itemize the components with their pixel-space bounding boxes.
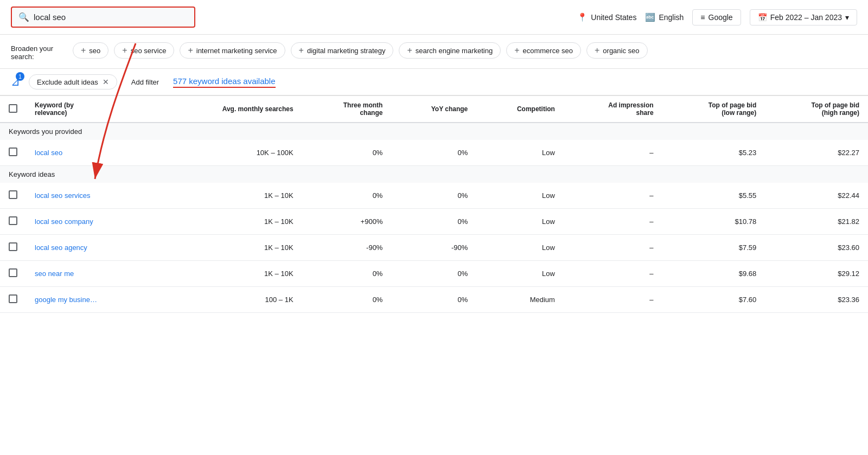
avg-monthly-cell: 1K – 10K (163, 209, 302, 235)
language-icon: 🔤 (645, 12, 655, 22)
close-icon[interactable]: ✕ (103, 78, 109, 86)
ad-impression-cell: – (564, 287, 662, 313)
keyword-cell[interactable]: seo near me (26, 261, 163, 287)
top-bid-low-cell: $9.68 (662, 261, 765, 287)
competition-cell: Low (476, 261, 564, 287)
keyword-cell[interactable]: local seo services (26, 183, 163, 209)
table-row: seo near me 1K – 10K 0% 0% Low – $9.68 $… (0, 261, 868, 287)
competition-cell: Low (476, 183, 564, 209)
chip-organic-seo[interactable]: + organic seo (586, 42, 648, 59)
filter-row: ⊿ 1 Exclude adult ideas ✕ Add filter 577… (0, 69, 868, 96)
keyword-cell[interactable]: local seo (26, 140, 163, 166)
header: 🔍 📍 United States 🔤 English ≡ Google 📅 F… (0, 0, 868, 35)
search-input[interactable] (34, 12, 188, 22)
keywords-table: Keyword (byrelevance) Avg. monthly searc… (0, 96, 868, 313)
yoy-cell: 0% (391, 209, 476, 235)
plus-icon: + (595, 46, 599, 55)
three-month-cell: 0% (302, 287, 392, 313)
avg-monthly-cell: 1K – 10K (163, 235, 302, 261)
date-range-button[interactable]: 📅 Feb 2022 – Jan 2023 ▾ (750, 9, 857, 25)
avg-monthly-cell: 10K – 100K (163, 140, 302, 166)
table-row: local seo agency 1K – 10K -90% -90% Low … (0, 235, 868, 261)
table-row: google my busine… 100 – 1K 0% 0% Medium … (0, 287, 868, 313)
col-ad-impression[interactable]: Ad impressionshare (564, 96, 662, 123)
chip-label: seo (89, 47, 100, 55)
add-filter-button[interactable]: Add filter (126, 75, 164, 89)
yoy-cell: 0% (391, 287, 476, 313)
google-icon: ≡ (700, 13, 705, 22)
col-checkbox[interactable] (0, 96, 26, 123)
chip-seo[interactable]: + seo (73, 42, 108, 59)
row-checkbox[interactable] (9, 216, 17, 225)
section-provided: Keywords you provided (0, 123, 868, 140)
row-checkbox[interactable] (9, 190, 17, 199)
avg-monthly-cell: 1K – 10K (163, 261, 302, 287)
exclude-adult-chip[interactable]: Exclude adult ideas ✕ (29, 74, 117, 89)
avg-monthly-cell: 1K – 10K (163, 183, 302, 209)
col-keyword[interactable]: Keyword (byrelevance) (26, 96, 163, 123)
plus-icon: + (299, 46, 304, 55)
yoy-cell: 0% (391, 140, 476, 166)
chip-digital-marketing[interactable]: + digital marketing strategy (291, 42, 394, 59)
competition-cell: Low (476, 140, 564, 166)
plus-icon: + (407, 46, 412, 55)
google-button[interactable]: ≡ Google (692, 9, 741, 25)
col-avg-monthly[interactable]: Avg. monthly searches (163, 96, 302, 123)
keyword-cell[interactable]: google my busine… (26, 287, 163, 313)
col-three-month[interactable]: Three monthchange (302, 96, 392, 123)
chip-internet-marketing[interactable]: + internet marketing service (180, 42, 285, 59)
top-bid-low-cell: $7.60 (662, 287, 765, 313)
table-header-row: Keyword (byrelevance) Avg. monthly searc… (0, 96, 868, 123)
ad-impression-cell: – (564, 235, 662, 261)
competition-cell: Medium (476, 287, 564, 313)
location-control[interactable]: 📍 United States (577, 12, 636, 22)
top-bid-high-cell: $23.60 (765, 235, 868, 261)
row-checkbox[interactable] (9, 268, 17, 277)
keyword-count: 577 keyword ideas available (173, 76, 275, 88)
top-bid-low-cell: $10.78 (662, 209, 765, 235)
broaden-label: Broaden yoursearch: (11, 42, 65, 61)
exclude-label: Exclude adult ideas (37, 78, 98, 86)
location-icon: 📍 (577, 12, 588, 22)
chip-seo-service[interactable]: + seo service (114, 42, 174, 59)
row-checkbox[interactable] (9, 294, 17, 303)
col-competition[interactable]: Competition (476, 96, 564, 123)
row-checkbox[interactable] (9, 148, 17, 156)
table-container: Keyword (byrelevance) Avg. monthly searc… (0, 96, 868, 313)
chip-search-engine-marketing[interactable]: + search engine marketing (399, 42, 501, 59)
chip-label: ecommerce seo (523, 47, 573, 55)
yoy-cell: 0% (391, 183, 476, 209)
location-label: United States (591, 13, 636, 22)
chip-label: search engine marketing (416, 47, 493, 55)
table-row: local seo 10K – 100K 0% 0% Low – $5.23 $… (0, 140, 868, 166)
plus-icon: + (514, 46, 519, 55)
search-box[interactable]: 🔍 (11, 7, 195, 28)
top-bid-high-cell: $22.27 (765, 140, 868, 166)
chip-ecommerce-seo[interactable]: + ecommerce seo (506, 42, 581, 59)
filter-icon-wrap[interactable]: ⊿ 1 (11, 75, 20, 88)
plus-icon: + (122, 46, 127, 55)
col-top-bid-high[interactable]: Top of page bid(high range) (765, 96, 868, 123)
row-checkbox[interactable] (9, 242, 17, 251)
chip-label: organic seo (603, 47, 639, 55)
keyword-cell[interactable]: local seo company (26, 209, 163, 235)
keyword-cell[interactable]: local seo agency (26, 235, 163, 261)
top-bid-high-cell: $23.36 (765, 287, 868, 313)
yoy-cell: 0% (391, 261, 476, 287)
top-bid-low-cell: $5.23 (662, 140, 765, 166)
col-top-bid-low[interactable]: Top of page bid(low range) (662, 96, 765, 123)
competition-cell: Low (476, 209, 564, 235)
ad-impression-cell: – (564, 261, 662, 287)
three-month-cell: +900% (302, 209, 392, 235)
broaden-chips: + seo + seo service + internet marketing… (73, 42, 648, 59)
select-all-checkbox[interactable] (9, 104, 17, 113)
top-bid-high-cell: $21.82 (765, 209, 868, 235)
top-bid-low-cell: $7.59 (662, 235, 765, 261)
section-ideas-label: Keyword ideas (0, 166, 868, 183)
col-yoy[interactable]: YoY change (391, 96, 476, 123)
ad-impression-cell: – (564, 209, 662, 235)
chip-label: seo service (131, 47, 167, 55)
chip-label: internet marketing service (196, 47, 277, 55)
dropdown-icon: ▾ (845, 13, 849, 22)
language-control[interactable]: 🔤 English (645, 12, 684, 22)
